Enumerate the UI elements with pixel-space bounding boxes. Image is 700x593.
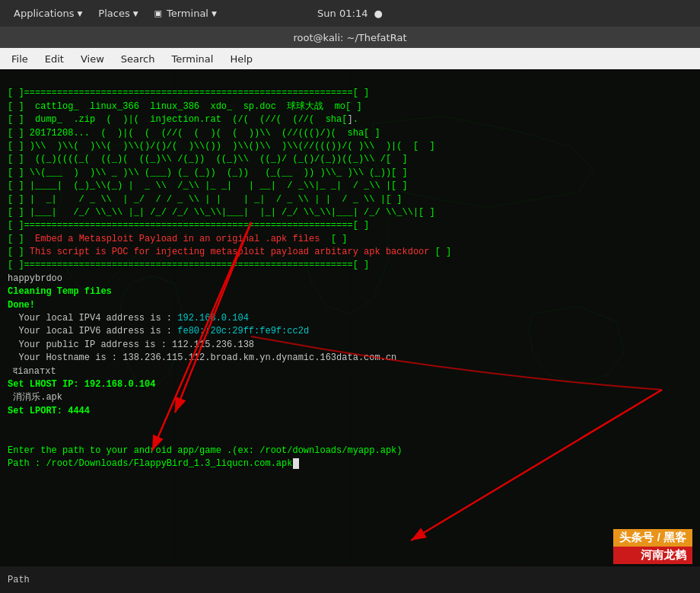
places-label: Places xyxy=(98,8,129,19)
window-title: root@kali: ~/ThefatRat xyxy=(294,32,407,43)
help-menu[interactable]: Help xyxy=(222,51,260,67)
sys-bar-center: Sun 01:14 ● xyxy=(317,8,383,19)
sys-bar-left: Applications ▼ Places ▼ ▣ Terminal ▼ xyxy=(8,5,223,22)
terminal-content: [ ]=====================================… xyxy=(0,69,700,566)
terminal-arrow: ▼ xyxy=(212,10,217,18)
view-menu[interactable]: View xyxy=(73,51,112,67)
terminal-icon: ▣ xyxy=(154,8,162,18)
system-bar: Applications ▼ Places ▼ ▣ Terminal ▼ Sun… xyxy=(0,0,700,27)
terminal-area: [ ]=====================================… xyxy=(0,69,700,566)
wifi-dot: ● xyxy=(374,8,383,19)
terminal-menu-bar[interactable]: Terminal xyxy=(164,51,221,67)
edit-menu[interactable]: Edit xyxy=(37,51,72,67)
path-label: Path xyxy=(8,575,30,585)
terminal-menu[interactable]: ▣ Terminal ▼ xyxy=(148,5,223,22)
watermark-top: 头条号 / 黑客 xyxy=(613,529,692,547)
terminal-label: Terminal xyxy=(167,8,208,19)
applications-menu[interactable]: Applications ▼ xyxy=(8,5,88,22)
status-bar: Path xyxy=(0,566,700,593)
places-arrow: ▼ xyxy=(133,10,138,18)
applications-arrow: ▼ xyxy=(77,10,82,18)
watermark: 头条号 / 黑客 河南龙鹤 xyxy=(613,529,692,564)
places-menu[interactable]: Places ▼ xyxy=(92,5,144,22)
watermark-bottom: 河南龙鹤 xyxy=(613,547,692,564)
datetime-label: Sun 01:14 xyxy=(317,8,368,19)
title-bar: root@kali: ~/ThefatRat xyxy=(0,27,700,48)
search-menu[interactable]: Search xyxy=(113,51,163,67)
file-menu[interactable]: File xyxy=(4,51,36,67)
applications-label: Applications xyxy=(14,8,74,19)
menu-bar: File Edit View Search Terminal Help xyxy=(0,48,700,69)
